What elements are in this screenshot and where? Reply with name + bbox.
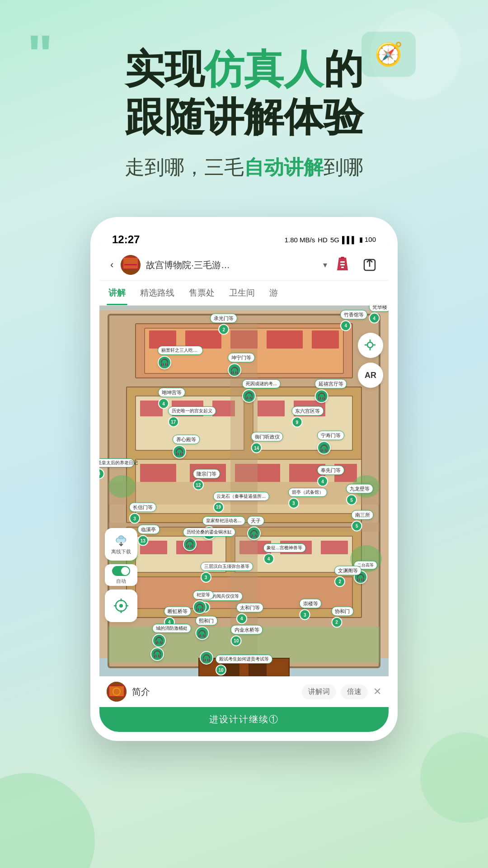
map-pin-9[interactable]: 历史唯一的宫女起义 17 bbox=[168, 406, 216, 427]
header-actions bbox=[333, 255, 380, 275]
map-pin-12[interactable]: 御门听政仪 14 bbox=[251, 432, 283, 453]
tab-restroom[interactable]: 卫生间 bbox=[227, 281, 257, 305]
offline-download-button[interactable]: 离线下载 bbox=[105, 528, 137, 561]
map-pin-6[interactable]: 翊坤宫等 4 bbox=[158, 388, 185, 409]
alert-button[interactable] bbox=[333, 255, 352, 275]
map-pin-31[interactable]: 祀堂等 🎧 bbox=[193, 590, 214, 614]
location-search-button[interactable] bbox=[358, 333, 383, 358]
tab-route[interactable]: 精选路线 bbox=[138, 281, 176, 305]
status-bar: 12:27 1.80 MB/s HD 5G ▌▌▌ ▮ 100 bbox=[99, 226, 389, 250]
auto-label: 自动 bbox=[116, 578, 126, 585]
svg-rect-3 bbox=[124, 264, 137, 265]
map-pin-8[interactable]: 延禧宫厅等 🎧 bbox=[315, 379, 347, 403]
phone-mockup: 12:27 1.80 MB/s HD 5G ▌▌▌ ▮ 100 ‹ bbox=[90, 217, 398, 741]
tab-jiangjie[interactable]: 讲解 bbox=[107, 281, 127, 305]
map-pin-17[interactable]: 云龙石（秦事徒逼值所... 19 bbox=[213, 492, 269, 513]
svg-rect-6 bbox=[340, 261, 345, 263]
map-overlay-right: AR bbox=[358, 333, 383, 388]
phone-frame: 12:27 1.80 MB/s HD 5G ▌▌▌ ▮ 100 ‹ bbox=[90, 217, 398, 741]
download-label: 离线下载 bbox=[111, 548, 131, 555]
svg-rect-28 bbox=[258, 401, 285, 416]
map-pin-10[interactable]: 东六宫区等 9 bbox=[291, 406, 324, 428]
tab-ticket[interactable]: 售票处 bbox=[187, 281, 216, 305]
map-pin-23[interactable]: 天子 🎧 bbox=[247, 516, 264, 540]
map-pin-4[interactable]: 丽景轩之三人吃西餐等 🎧 bbox=[158, 346, 203, 369]
hero-section: 实现仿真人的 跟随讲解体验 走到哪，三毛自动讲解到哪 bbox=[0, 45, 488, 181]
svg-rect-20 bbox=[312, 330, 339, 349]
back-button[interactable]: ‹ bbox=[108, 257, 115, 273]
battery: ▮ 100 bbox=[359, 236, 376, 244]
map-pin-29[interactable]: 文渊阁等 2 bbox=[334, 566, 361, 587]
map-pin-24[interactable]: 历经沧桑的鎏金铜水缸 🎧 bbox=[183, 528, 235, 551]
subtitle-prefix: 走到哪，三毛 bbox=[125, 156, 244, 178]
map-pin-5[interactable]: 坤宁门等 🎧 bbox=[228, 353, 255, 377]
map-pin-16[interactable]: 奉先门等 4 bbox=[317, 466, 344, 487]
map-pin-27[interactable]: 三层汉白玉须弥台基等 3 bbox=[201, 562, 253, 583]
map-pin-41[interactable]: 殿试考生如何进贡考试等 10 bbox=[216, 655, 272, 675]
nav-bottom-bar[interactable]: 进设计计继续① bbox=[99, 707, 389, 732]
map-container[interactable]: .map-pin-item { position: absolute; disp… bbox=[99, 306, 389, 676]
map-pin-11[interactable]: 养心殿等 🎧 bbox=[173, 434, 200, 458]
map-pin-19[interactable]: 九龙壁等 5 bbox=[346, 484, 373, 505]
map-pin-25[interactable]: 南三所 5 bbox=[352, 510, 374, 531]
map-pin-26[interactable]: 象征...宫檐神兽等 4 bbox=[263, 543, 305, 564]
map-pin-20[interactable]: 长信门等 3 bbox=[129, 503, 156, 524]
map-pin-3[interactable]: 梵华楼 4 bbox=[369, 306, 389, 324]
network-type: 5G bbox=[330, 236, 339, 244]
status-time: 12:27 bbox=[112, 233, 140, 246]
map-pin-18[interactable]: 箭亭（武备馆） 3 bbox=[288, 488, 327, 509]
bottom-avatar bbox=[107, 682, 127, 702]
map-pin-21[interactable]: 临溪亭 13 bbox=[137, 525, 160, 546]
share-button[interactable] bbox=[360, 255, 380, 275]
map-pin-1[interactable]: 承光门等 2 bbox=[210, 314, 237, 335]
map-pin-37[interactable]: 城的消防激桶处 🎧 bbox=[152, 624, 191, 647]
signal-speed: 1.80 MB/s bbox=[285, 236, 315, 244]
map-pin-7[interactable]: 死因成谜的考... 🎧 bbox=[242, 379, 280, 403]
subtitle-highlight: 自动讲解 bbox=[244, 156, 324, 178]
speed-tag[interactable]: 倍速 bbox=[341, 684, 368, 699]
map-pin-2[interactable]: 竹香馆等 4 bbox=[340, 310, 367, 331]
hero-title-suffix: 的 bbox=[324, 47, 363, 91]
start-button[interactable]: 进设计计继续① bbox=[209, 713, 279, 726]
svg-rect-2 bbox=[123, 258, 138, 269]
map-pin-38[interactable]: 内金水桥等 10 bbox=[231, 625, 263, 646]
auto-toggle[interactable]: 自动 bbox=[105, 564, 137, 586]
svg-rect-7 bbox=[340, 264, 345, 265]
svg-rect-19 bbox=[267, 330, 303, 349]
ar-button[interactable]: AR bbox=[358, 363, 383, 388]
map-pin-36[interactable]: 熙和门 🎧 bbox=[195, 616, 217, 640]
nav-tabs: 讲解 精选路线 售票处 卫生间 游 bbox=[99, 281, 389, 306]
bottom-panel: 简介 讲解词 倍速 ✕ bbox=[99, 676, 389, 707]
header-avatar bbox=[121, 255, 141, 275]
map-pin-39[interactable]: 🎧 bbox=[150, 647, 164, 661]
map-pin-33[interactable]: 崇楼等 3 bbox=[300, 599, 322, 620]
svg-rect-8 bbox=[341, 267, 344, 268]
map-pin-14[interactable]: 圣皇太后的养老日记 3 bbox=[99, 458, 134, 479]
close-button[interactable]: ✕ bbox=[373, 686, 381, 698]
svg-point-61 bbox=[119, 604, 123, 608]
hero-title: 实现仿真人的 跟随讲解体验 bbox=[27, 45, 461, 141]
hero-title-line2: 跟随讲解体验 bbox=[125, 94, 363, 139]
map-overlay-left: 离线下载 自动 bbox=[105, 528, 137, 622]
hd-badge: HD bbox=[318, 236, 328, 244]
svg-rect-43 bbox=[321, 541, 348, 554]
status-icons: 1.80 MB/s HD 5G ▌▌▌ ▮ 100 bbox=[285, 236, 376, 244]
tab-more[interactable]: 游 bbox=[267, 281, 280, 305]
map-pin-40[interactable]: 🎧 bbox=[200, 651, 213, 665]
map-pin-13[interactable]: 宁寿门等 🎧 bbox=[317, 431, 344, 455]
svg-rect-5 bbox=[341, 257, 344, 259]
bg-blob-bottom-right bbox=[420, 732, 488, 823]
phone-inner: 12:27 1.80 MB/s HD 5G ▌▌▌ ▮ 100 ‹ bbox=[99, 226, 389, 732]
app-header: ‹ 故宫博物院·三毛游… ▾ bbox=[99, 250, 389, 281]
toggle-track bbox=[112, 566, 130, 576]
transcript-tag[interactable]: 讲解词 bbox=[302, 684, 336, 699]
header-title: 故宫博物院·三毛游… bbox=[146, 259, 318, 271]
dropdown-icon[interactable]: ▾ bbox=[323, 260, 327, 270]
subtitle-suffix: 到哪 bbox=[324, 156, 363, 178]
signal-bars: ▌▌▌ bbox=[342, 236, 357, 244]
map-pin-32[interactable]: 太和门等 4 bbox=[236, 603, 263, 624]
map-pin-15[interactable]: 隆宗门等 12 bbox=[193, 469, 220, 491]
my-location-button[interactable] bbox=[105, 590, 137, 622]
toggle-thumb bbox=[121, 567, 129, 575]
map-pin-34[interactable]: 协和门 2 bbox=[331, 606, 353, 627]
